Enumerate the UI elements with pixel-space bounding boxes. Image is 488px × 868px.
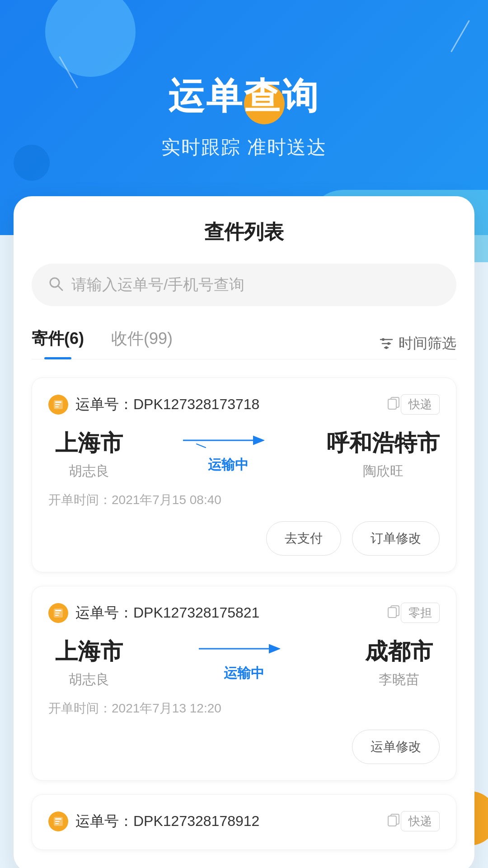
tabs-bar: 寄件(6) 收件(99) 时间筛选	[32, 328, 456, 359]
action-btns-2: 运单修改	[48, 730, 440, 764]
waybill-number-2: 运单号：DPK127328175821	[75, 603, 381, 623]
svg-rect-25	[55, 821, 60, 822]
svg-line-15	[197, 444, 206, 448]
card-title: 查件列表	[32, 219, 456, 245]
route-2: 上海市 胡志良 运输中 成都市 李晓苗	[48, 637, 440, 689]
package-card-3: 运单号：DPK127328178912 快递	[32, 794, 456, 850]
svg-rect-9	[55, 401, 61, 403]
main-card: 查件列表 请输入运单号/手机号查询 寄件(6) 收件(99)	[14, 196, 474, 868]
copy-icon-1[interactable]	[386, 396, 401, 413]
copy-icon-2[interactable]	[386, 604, 401, 622]
city-to-2: 成都市 李晓苗	[358, 637, 440, 689]
route-middle-1: 运输中	[130, 435, 327, 474]
tag-3: 快递	[401, 811, 440, 831]
edit-order-button[interactable]: 订单修改	[352, 521, 440, 556]
filter-label: 时间筛选	[399, 334, 456, 354]
waybill-icon-3	[48, 811, 68, 831]
search-placeholder: 请输入运单号/手机号查询	[71, 274, 440, 295]
svg-rect-24	[55, 818, 61, 820]
svg-rect-19	[55, 615, 59, 616]
package-card-2: 运单号：DPK127328175821 零担 上海市 胡志良 运输中	[32, 586, 456, 781]
package-header-1: 运单号：DPK127328173718 快递	[48, 394, 440, 415]
tab-send[interactable]: 寄件(6)	[32, 328, 84, 359]
edit-waybill-button[interactable]: 运单修改	[352, 730, 440, 764]
svg-rect-10	[55, 404, 60, 405]
city-from-1: 上海市 胡志良	[48, 428, 130, 481]
svg-line-1	[58, 286, 62, 290]
route-middle-2: 运输中	[130, 643, 358, 683]
svg-point-5	[382, 338, 385, 341]
city-to-1: 呼和浩特市 陶欣旺	[327, 428, 440, 481]
waybill-number-1: 运单号：DPK127328173718	[75, 395, 381, 415]
package-card-1: 运单号：DPK127328173718 快递 上海市 胡志良	[32, 377, 456, 572]
svg-point-6	[387, 342, 390, 345]
tag-1: 快递	[401, 394, 440, 415]
route-1: 上海市 胡志良 运输中 呼和浩特市 陶欣旺	[48, 428, 440, 481]
filter-icon	[379, 336, 394, 351]
header: 运单查询 实时跟踪 准时送达	[0, 0, 488, 160]
sub-title: 实时跟踪 准时送达	[0, 135, 488, 160]
svg-rect-26	[55, 823, 59, 824]
search-bar[interactable]: 请输入运单号/手机号查询	[32, 264, 456, 306]
copy-icon-3[interactable]	[386, 812, 401, 830]
route-arrow-svg-1	[183, 435, 273, 451]
city-from-2: 上海市 胡志良	[48, 637, 130, 689]
main-title: 运单查询	[0, 72, 488, 121]
route-status-2: 运输中	[224, 664, 264, 683]
open-time-1: 开单时间：2021年7月15 08:40	[48, 491, 440, 509]
svg-rect-28	[388, 816, 396, 826]
svg-rect-17	[55, 610, 61, 611]
waybill-icon-1	[48, 395, 68, 415]
route-status-1: 运输中	[208, 456, 249, 474]
package-header-2: 运单号：DPK127328175821 零担	[48, 603, 440, 623]
tag-2: 零担	[401, 603, 440, 623]
waybill-icon-2	[48, 603, 68, 623]
pay-button[interactable]: 去支付	[266, 521, 341, 556]
open-time-2: 开单时间：2021年7月13 12:20	[48, 700, 440, 717]
search-icon	[48, 276, 64, 294]
svg-rect-21	[388, 608, 396, 618]
svg-rect-11	[55, 406, 59, 407]
waybill-number-3: 运单号：DPK127328178912	[75, 811, 381, 831]
route-arrow-svg-2	[199, 643, 289, 660]
svg-rect-18	[55, 613, 60, 613]
action-btns-1: 去支付 订单修改	[48, 521, 440, 556]
svg-point-7	[385, 346, 388, 349]
tab-receive[interactable]: 收件(99)	[111, 328, 173, 359]
package-header-3: 运单号：DPK127328178912 快递	[48, 811, 440, 831]
filter-button[interactable]: 时间筛选	[379, 334, 456, 354]
svg-rect-13	[388, 399, 396, 409]
